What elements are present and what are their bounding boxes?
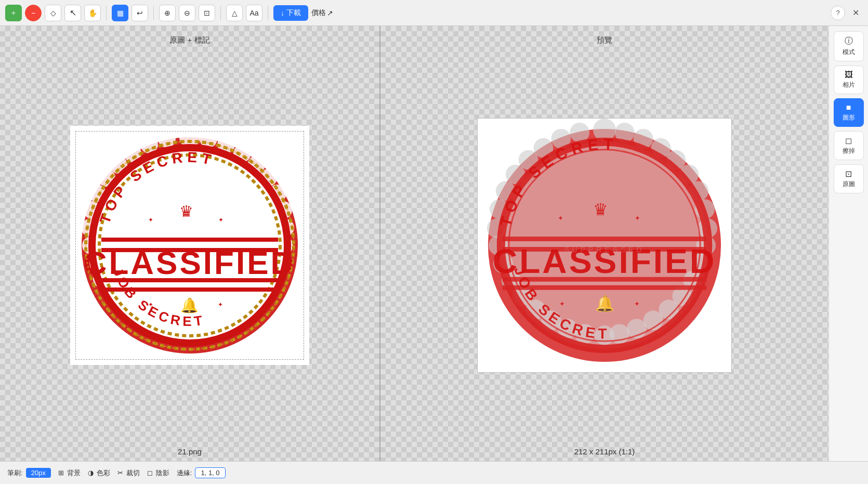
- sidebar-item-erase-label: 擦掉: [843, 147, 855, 155]
- svg-text:♛: ♛: [179, 203, 193, 220]
- cut-item[interactable]: ✂ 裁切: [117, 468, 140, 478]
- svg-rect-93: [503, 237, 706, 241]
- original-icon: ⊡: [845, 169, 852, 179]
- undo-button[interactable]: ↩: [131, 5, 148, 21]
- sidebar-item-mode-label: 模式: [843, 48, 855, 57]
- hand-button[interactable]: ✋: [84, 5, 101, 21]
- svg-text:🔔: 🔔: [595, 294, 615, 313]
- right-canvas-area: TOP SECRET ♛ ✦ ✦ CLASSIFIED SUPPRESSED 🔔: [380, 50, 828, 440]
- minus-icon: −: [31, 9, 35, 17]
- toolbar: ＋ − ◇ ↖ ✋ ▦ ↩ ⊕ ⊖ ⊡ △ Aa ↓ 下載 價格 ↗ ?: [0, 0, 868, 26]
- left-image-container: TOP SECRET ♛ ✦ ✦ CLASSIFIED: [70, 126, 309, 365]
- price-icon: ↗: [327, 9, 333, 17]
- bottom-bar: 筆刷: 20px ⊞ 背景 ◑ 色彩 ✂ 裁切 ◻ 陰影 邊緣: 1, 1, 0: [0, 461, 868, 484]
- filename-label: 21.png: [178, 447, 202, 456]
- diamond-button[interactable]: ◇: [45, 5, 61, 21]
- help-button[interactable]: ?: [831, 6, 845, 20]
- cursor-icon: ↖: [70, 8, 76, 18]
- download-label: 下載: [286, 8, 301, 18]
- download-button[interactable]: ↓ 下載: [273, 5, 308, 21]
- shape2-button[interactable]: Aa: [246, 5, 262, 21]
- add-button[interactable]: ＋: [5, 5, 22, 21]
- separator-1: [106, 6, 107, 20]
- shape1-icon: △: [232, 9, 238, 17]
- right-dimensions-label: 212 x 211px (1:1): [574, 447, 635, 456]
- svg-text:✦: ✦: [559, 299, 565, 307]
- erase-icon: ◻: [845, 136, 852, 146]
- cut-icon: ✂: [117, 469, 123, 477]
- mode-icon: ⓘ: [845, 36, 853, 47]
- svg-text:♛: ♛: [593, 200, 608, 219]
- sidebar-item-shape-label: 圖形: [843, 113, 855, 122]
- left-canvas-area: TOP SECRET ♛ ✦ ✦ CLASSIFIED: [0, 50, 379, 440]
- minus-button[interactable]: −: [25, 5, 42, 21]
- background-item[interactable]: ⊞ 背景: [58, 468, 81, 478]
- download-icon: ↓: [281, 9, 284, 17]
- background-icon: ⊞: [58, 469, 64, 477]
- photo-icon: 🖼: [845, 70, 853, 80]
- sidebar-item-mode[interactable]: ⓘ 模式: [834, 31, 864, 61]
- help-label: ?: [836, 9, 839, 17]
- undo-icon: ↩: [137, 9, 143, 17]
- left-panel-label: 原圖 + 標記: [169, 35, 209, 45]
- sidebar-item-photo-label: 相片: [843, 81, 855, 89]
- select-icon: ▦: [117, 9, 124, 17]
- svg-text:🔔: 🔔: [180, 297, 199, 314]
- separator-4: [268, 6, 268, 20]
- shape1-button[interactable]: △: [226, 5, 243, 21]
- fit-icon: ⊡: [204, 9, 210, 17]
- sidebar-item-photo[interactable]: 🖼 相片: [834, 66, 864, 94]
- svg-text:SUPPRESSED: SUPPRESSED: [564, 245, 645, 253]
- sidebar-item-erase[interactable]: ◻ 擦掉: [834, 131, 864, 160]
- svg-text:✦: ✦: [218, 301, 223, 308]
- right-image-container: TOP SECRET ♛ ✦ ✦ CLASSIFIED SUPPRESSED 🔔: [477, 118, 732, 373]
- edge-item: 邊緣: 1, 1, 0: [177, 467, 226, 478]
- zoom-out-icon: ⊖: [184, 9, 190, 17]
- shadow-label: 陰影: [156, 468, 169, 478]
- fit-button[interactable]: ⊡: [199, 5, 215, 21]
- price-button[interactable]: 價格 ↗: [311, 8, 333, 18]
- add-icon: ＋: [10, 8, 17, 18]
- right-sidebar: ⓘ 模式 🖼 相片 ■ 圖形 ◻ 擦掉 ⊡ 原圖: [828, 26, 868, 461]
- color-icon: ◑: [88, 469, 94, 477]
- shadow-icon: ◻: [147, 469, 153, 477]
- svg-text:✦: ✦: [635, 214, 640, 222]
- diamond-icon: ◇: [50, 9, 56, 17]
- color-item[interactable]: ◑ 色彩: [88, 468, 110, 478]
- svg-text:✦: ✦: [634, 299, 640, 307]
- hand-icon: ✋: [88, 9, 97, 17]
- svg-text:✦: ✦: [558, 214, 563, 222]
- svg-rect-44: [101, 238, 278, 242]
- color-label: 色彩: [97, 468, 110, 478]
- cut-label: 裁切: [126, 468, 140, 478]
- main-area: 原圖 + 標記: [0, 26, 868, 461]
- separator-2: [153, 6, 154, 20]
- price-label: 價格: [311, 8, 326, 18]
- sidebar-item-original-label: 原圖: [843, 180, 855, 189]
- brush-item: 筆刷: 20px: [7, 468, 51, 478]
- separator-3: [220, 6, 221, 20]
- shape-icon: ■: [846, 103, 851, 112]
- shape2-icon: Aa: [249, 9, 258, 17]
- brush-label: 筆刷:: [7, 468, 23, 478]
- sidebar-item-original[interactable]: ⊡ 原圖: [834, 164, 864, 193]
- close-button[interactable]: ✕: [848, 6, 863, 20]
- brush-value[interactable]: 20px: [26, 468, 51, 478]
- sidebar-item-shape[interactable]: ■ 圖形: [834, 98, 864, 127]
- right-stamp-svg: TOP SECRET ♛ ✦ ✦ CLASSIFIED SUPPRESSED 🔔: [478, 118, 731, 373]
- left-panel: 原圖 + 標記: [0, 26, 379, 461]
- zoom-in-button[interactable]: ⊕: [159, 5, 176, 21]
- background-label: 背景: [67, 468, 81, 478]
- shadow-item[interactable]: ◻ 陰影: [147, 468, 169, 478]
- zoom-in-icon: ⊕: [164, 9, 170, 17]
- left-stamp-svg: TOP SECRET ♛ ✦ ✦ CLASSIFIED: [70, 126, 309, 365]
- select-button[interactable]: ▦: [112, 5, 128, 21]
- svg-text:✦: ✦: [218, 216, 223, 224]
- svg-text:✦: ✦: [148, 216, 153, 224]
- zoom-out-button[interactable]: ⊖: [179, 5, 195, 21]
- edge-label: 邊緣:: [177, 468, 192, 478]
- right-panel: 預覽: [380, 26, 828, 461]
- right-panel-label: 預覽: [597, 35, 612, 45]
- edge-value[interactable]: 1, 1, 0: [195, 467, 225, 478]
- cursor-button[interactable]: ↖: [64, 5, 81, 21]
